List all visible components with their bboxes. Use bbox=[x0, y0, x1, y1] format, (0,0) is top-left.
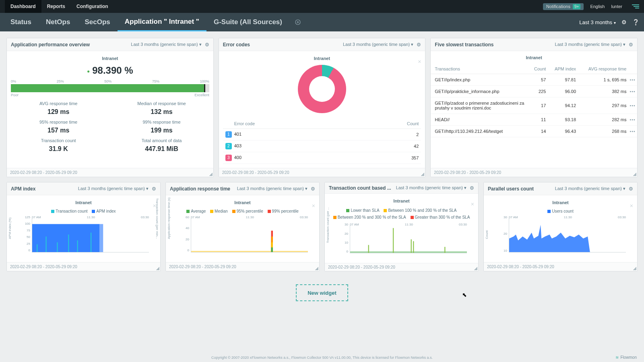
user-menu[interactable]: lunter bbox=[611, 4, 625, 9]
chart-legend: Average Median 95% percentile 99% percen… bbox=[170, 209, 315, 214]
svg-rect-3 bbox=[37, 244, 37, 252]
help-icon[interactable]: ❔ bbox=[632, 19, 639, 25]
row-actions-icon[interactable]: ••• bbox=[630, 117, 636, 122]
performance-bar: 0% 25% 50% 75% 100% PoorExcellent bbox=[11, 79, 209, 97]
widget-source-label: Intranet bbox=[488, 200, 633, 205]
widget-timespan-selector[interactable]: Last 3 months (generic time span) ▾ bbox=[555, 186, 625, 191]
widget-footer: 2020-02-29 08:20 - 2020-05-29 09:20 bbox=[219, 168, 425, 177]
nav-reports[interactable]: Reports bbox=[41, 0, 71, 13]
close-icon[interactable]: × bbox=[418, 58, 421, 65]
widget-source-label: Intranet bbox=[11, 200, 156, 205]
row-actions-icon[interactable]: ••• bbox=[630, 129, 636, 134]
metric-item: Median of response time132 ms bbox=[114, 101, 209, 116]
widget-error-codes: Error codes Last 3 months (generic time … bbox=[219, 38, 426, 177]
svg-rect-5 bbox=[57, 242, 58, 252]
widget-footer: 2020-02-29 08:20 - 2020-05-29 09:20 bbox=[7, 168, 213, 177]
svg-rect-9 bbox=[191, 251, 308, 252]
widget-timespan-selector[interactable]: Last 3 months (generic time span) ▾ bbox=[555, 42, 625, 47]
page-footer: Copyright © 2007-2020 xFlowmon Networks … bbox=[0, 356, 644, 360]
widget-footer: 2020-02-29 08:20 - 2020-05-29 09:20 bbox=[7, 262, 160, 271]
global-timerange-selector[interactable]: Last 3 months▾ bbox=[579, 19, 616, 25]
widget-apm-index: APM indexLast 3 months (generic time spa… bbox=[6, 182, 161, 271]
widget-timespan-selector[interactable]: Last 3 months (generic time span) ▾ bbox=[237, 186, 308, 191]
cursor-icon: ⬉ bbox=[462, 292, 467, 298]
table-row[interactable]: GET//http://110.249.212.46/testget1496.4… bbox=[431, 126, 637, 137]
widget-settings-icon[interactable]: ⚙ bbox=[311, 186, 315, 192]
table-row[interactable]: 14012 bbox=[223, 129, 421, 141]
widget-timespan-selector[interactable]: Last 3 months (generic time span) ▾ bbox=[131, 42, 201, 47]
metric-item: Total amount of data447.91 MiB bbox=[114, 138, 209, 153]
widget-footer: 2020-02-29 08:20 - 2020-05-29 09:20 bbox=[484, 262, 637, 271]
chart-legend: Transaction count APM index bbox=[11, 209, 156, 214]
table-row[interactable]: GET//ip/prakticke_informace.php22596.003… bbox=[431, 86, 637, 97]
widget-title: Application response time bbox=[170, 186, 230, 192]
widget-header: Application performance overview Last 3 … bbox=[7, 38, 213, 51]
close-icon[interactable]: × bbox=[312, 203, 315, 209]
row-actions-icon[interactable]: ••• bbox=[630, 103, 636, 108]
brand-footer: ≋Flowmon bbox=[615, 355, 637, 360]
close-icon[interactable]: × bbox=[630, 203, 633, 209]
tab-netops[interactable]: NetOps bbox=[39, 13, 77, 31]
metric-item: 99% response time199 ms bbox=[114, 120, 209, 134]
add-tab-button[interactable] bbox=[289, 13, 306, 31]
notifications-label: Notifications bbox=[546, 4, 570, 9]
table-row[interactable]: 3400357 bbox=[223, 152, 421, 164]
nav-dashboard[interactable]: Dashboard bbox=[5, 0, 41, 13]
new-widget-button[interactable]: New widget bbox=[296, 284, 348, 301]
plus-circle-icon bbox=[295, 19, 301, 25]
settings-icon[interactable]: ⚙ bbox=[621, 19, 627, 25]
widget-source-label: Intranet bbox=[170, 200, 315, 205]
transaction-count-chart: Transaction count (per ... 3020100 07 AM… bbox=[332, 223, 471, 260]
close-icon[interactable]: × bbox=[471, 201, 474, 207]
svg-rect-4 bbox=[45, 236, 46, 252]
widget-footer: 2020-02-29 08:20 - 2020-05-29 09:20 bbox=[431, 168, 637, 177]
widget-title: Five slowest transactions bbox=[435, 42, 493, 48]
table-row[interactable]: HEAD//1193.18282 ms••• bbox=[431, 114, 637, 126]
widget-footer: 2020-02-29 08:20 - 2020-05-29 09:20 bbox=[325, 263, 478, 271]
widget-timespan-selector[interactable]: Last 3 months (generic time span) ▾ bbox=[396, 185, 466, 190]
svg-rect-19 bbox=[444, 247, 445, 253]
svg-rect-15 bbox=[368, 245, 369, 253]
widget-source-label: Intranet bbox=[431, 55, 637, 60]
widget-settings-icon[interactable]: ⚙ bbox=[417, 42, 421, 48]
widget-timespan-selector[interactable]: Last 3 months (generic time span) ▾ bbox=[343, 42, 413, 47]
language-selector[interactable]: English bbox=[590, 4, 605, 9]
widget-title: APM index bbox=[11, 186, 35, 192]
tab-gsuite[interactable]: G-Suite (All Sources) bbox=[206, 13, 289, 31]
table-row[interactable]: 240342 bbox=[223, 141, 421, 152]
response-time-chart: Application response time (s) 6040200 07… bbox=[173, 215, 312, 259]
row-actions-icon[interactable]: ••• bbox=[630, 89, 636, 94]
row-actions-icon[interactable]: ••• bbox=[630, 77, 636, 82]
dashboard-tabs: Status NetOps SecOps Application " Intra… bbox=[0, 13, 644, 31]
widget-settings-icon[interactable]: ⚙ bbox=[629, 186, 633, 192]
metric-item: Transaction count31.9 K bbox=[11, 138, 106, 153]
widget-settings-icon[interactable]: ⚙ bbox=[470, 185, 474, 191]
widget-timespan-selector[interactable]: Last 3 months (generic time span) ▾ bbox=[78, 186, 149, 191]
svg-rect-7 bbox=[77, 240, 78, 252]
notifications-button[interactable]: Notifications 9+ bbox=[543, 3, 584, 10]
widget-settings-icon[interactable]: ⚙ bbox=[152, 186, 156, 192]
widget-title: Parallel users count bbox=[488, 186, 534, 192]
tab-status[interactable]: Status bbox=[3, 13, 39, 31]
performance-score: ●98.390 % bbox=[11, 65, 209, 76]
nav-configuration[interactable]: Configuration bbox=[71, 0, 114, 13]
chevron-down-icon: ▾ bbox=[614, 21, 616, 25]
brand-logo-icon bbox=[632, 4, 639, 8]
widget-settings-icon[interactable]: ⚙ bbox=[205, 42, 209, 48]
tab-application-intranet[interactable]: Application " Intranet " bbox=[118, 13, 206, 31]
widget-title: Transaction count based ... bbox=[329, 185, 391, 191]
chart-legend: Lower than SLA Between 100 % and 200 % o… bbox=[329, 207, 474, 221]
widget-settings-icon[interactable]: ⚙ bbox=[629, 42, 633, 48]
tab-secops[interactable]: SecOps bbox=[77, 13, 117, 31]
widget-source-label: Intranet bbox=[11, 56, 209, 61]
slow-transactions-table: Transactions Count APM index AVG respons… bbox=[431, 64, 637, 137]
table-row[interactable]: GET//ip/zadost o primerene zadostiucinen… bbox=[431, 97, 637, 114]
widget-slowest-transactions: Five slowest transactions Last 3 months … bbox=[430, 38, 638, 177]
svg-rect-18 bbox=[413, 241, 414, 253]
svg-rect-2 bbox=[99, 224, 103, 252]
metric-item: 95% response time157 ms bbox=[11, 120, 106, 134]
error-donut-chart bbox=[298, 65, 346, 113]
svg-rect-8 bbox=[91, 232, 91, 252]
svg-rect-1 bbox=[32, 224, 99, 252]
table-row[interactable]: GET//ip/index.php5797.811 s, 695 ms••• bbox=[431, 74, 637, 86]
